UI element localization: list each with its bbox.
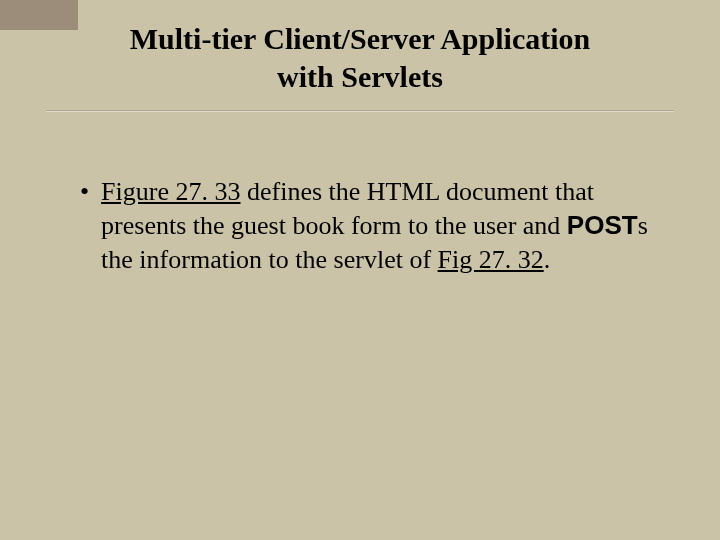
- bullet-text: Figure 27. 33 defines the HTML document …: [101, 175, 660, 276]
- divider: [46, 110, 674, 112]
- bullet-marker: •: [80, 175, 89, 209]
- title-block: Multi-tier Client/Server Application wit…: [0, 20, 720, 95]
- content-area: • Figure 27. 33 defines the HTML documen…: [80, 175, 660, 276]
- figure-link-27-33[interactable]: Figure 27. 33: [101, 177, 240, 206]
- bullet-text-3: .: [544, 245, 551, 274]
- title-line-1: Multi-tier Client/Server Application: [130, 22, 591, 55]
- bullet-item: • Figure 27. 33 defines the HTML documen…: [80, 175, 660, 276]
- slide-title: Multi-tier Client/Server Application wit…: [0, 20, 720, 95]
- post-keyword: POST: [567, 210, 638, 240]
- slide: Multi-tier Client/Server Application wit…: [0, 0, 720, 540]
- figure-link-27-32[interactable]: Fig 27. 32: [438, 245, 544, 274]
- title-line-2: with Servlets: [277, 60, 443, 93]
